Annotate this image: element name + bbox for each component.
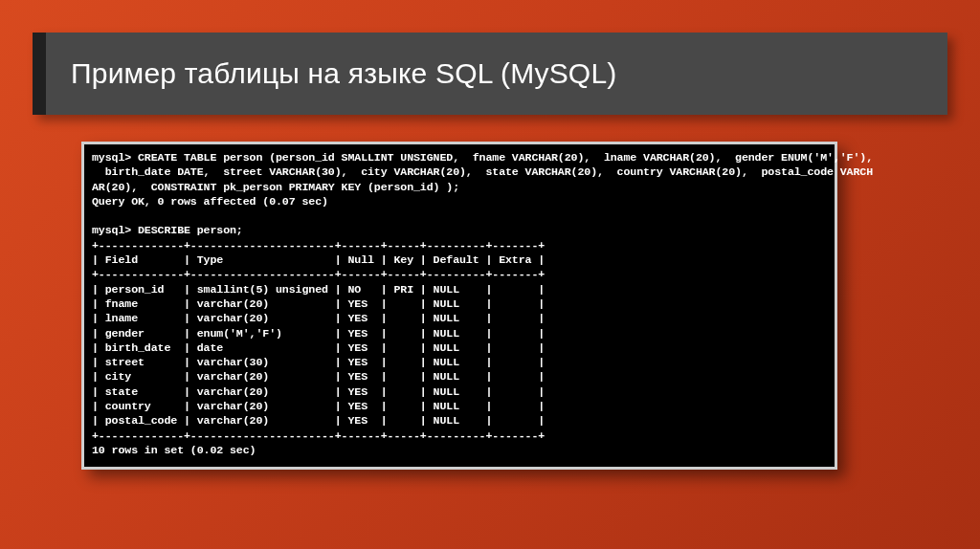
slide-title: Пример таблицы на языке SQL (MySQL)	[71, 57, 616, 90]
terminal-output: mysql> CREATE TABLE person (person_id SM…	[92, 150, 827, 457]
slide-title-bar: Пример таблицы на языке SQL (MySQL)	[33, 33, 947, 115]
terminal-window: mysql> CREATE TABLE person (person_id SM…	[81, 142, 837, 470]
